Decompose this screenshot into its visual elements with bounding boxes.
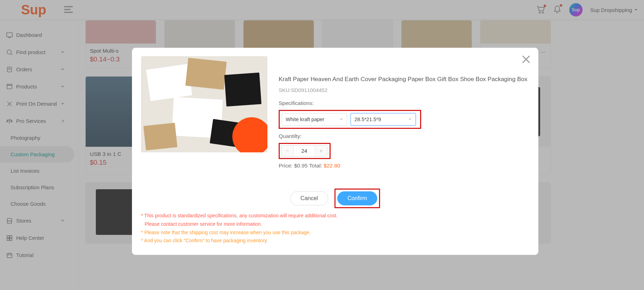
close-button[interactable] <box>522 55 531 65</box>
modal-sku: SKU:SD0911004452 <box>279 87 529 93</box>
spec-highlight-box: White kraft paper 28.5*21.5*9 <box>279 110 421 129</box>
note-line: * Please note that the shipping cost may… <box>141 229 529 237</box>
spec-material-select[interactable]: White kraft paper <box>282 113 347 126</box>
select-value: White kraft paper <box>286 117 324 122</box>
qty-decrement-button[interactable]: − <box>281 146 293 156</box>
qty-increment-button[interactable]: + <box>315 146 327 156</box>
modal-product-title: Kraft Paper Heaven And Earth Cover Packa… <box>279 76 529 83</box>
note-line: * And you can click "Confirm" to have pa… <box>141 237 529 245</box>
quantity-stepper: − 24 + <box>281 145 327 157</box>
confirm-button[interactable]: Confirm <box>337 191 377 205</box>
qty-highlight-box: − 24 + <box>279 143 331 159</box>
price-line: Price: $0.95 Total: $22.80 <box>279 163 529 169</box>
qty-value[interactable]: 24 <box>293 146 315 156</box>
qty-label: Quantilty: <box>279 133 529 139</box>
product-modal: Kraft Paper Heaven And Earth Cover Packa… <box>132 48 538 255</box>
close-icon <box>522 55 531 64</box>
modal-actions: Cancel Confirm <box>141 189 529 208</box>
confirm-highlight-box: Confirm <box>334 189 380 208</box>
modal-product-image <box>141 56 267 152</box>
note-line: Please contact customer service for more… <box>141 220 529 229</box>
caret-down-icon <box>408 117 412 122</box>
spec-size-select[interactable]: 28.5*21.5*9 <box>351 113 416 126</box>
spec-label: Specifications: <box>279 100 529 106</box>
caret-down-icon <box>339 117 343 122</box>
select-value: 28.5*21.5*9 <box>354 117 381 122</box>
note-line: * This product is standardized specifica… <box>141 212 529 220</box>
cancel-button[interactable]: Cancel <box>290 191 328 205</box>
modal-notes: * This product is standardized specifica… <box>141 212 529 245</box>
